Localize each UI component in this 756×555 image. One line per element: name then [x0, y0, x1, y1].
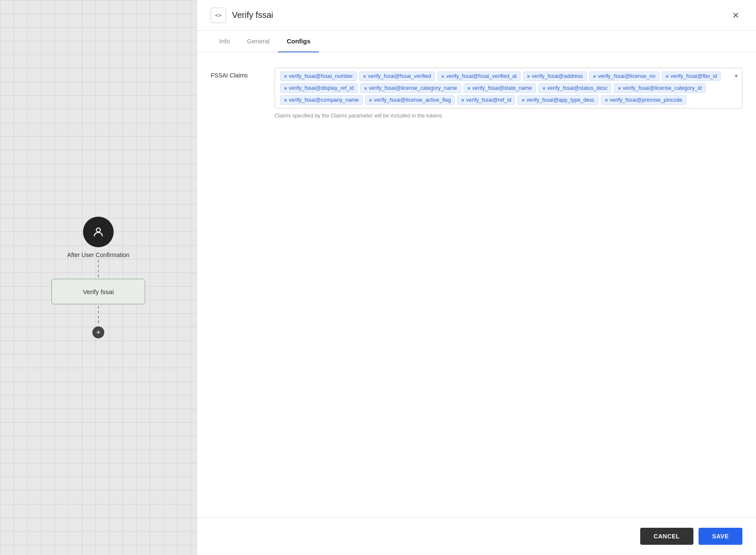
claim-tag-remove-icon[interactable]: ×: [618, 86, 621, 91]
tab-info[interactable]: Info: [211, 31, 238, 52]
tab-configs[interactable]: Configs: [278, 31, 319, 52]
fssai-claims-section: FSSAI Claims ▾ ×verify_fssai@fssai_numbe…: [211, 68, 742, 109]
detail-panel: <> Verify fssai ✕ Info General Configs F…: [197, 0, 756, 555]
claim-tag-remove-icon[interactable]: ×: [364, 86, 367, 91]
claim-tag-remove-icon[interactable]: ×: [284, 97, 287, 103]
claim-tag[interactable]: ×verify_fssai@fssai_number: [280, 72, 357, 81]
claim-tag[interactable]: ×verify_fssai@fbo_id: [662, 72, 721, 81]
claim-tag-label: verify_fssai@ref_id: [466, 97, 511, 103]
claim-tag-remove-icon[interactable]: ×: [605, 97, 608, 103]
action-node-label: Verify fssai: [83, 288, 114, 295]
header-left: <> Verify fssai: [211, 8, 273, 23]
claim-tag[interactable]: ×verify_fssai@status_desc: [538, 83, 612, 93]
claim-tag[interactable]: ×verify_fssai@license_active_flag: [365, 95, 455, 105]
claim-tag[interactable]: ×verify_fssai@license_category_id: [614, 83, 705, 93]
claim-tag-remove-icon[interactable]: ×: [441, 74, 445, 79]
svg-point-0: [96, 228, 100, 232]
claim-tag[interactable]: ×verify_fssai@company_name: [280, 95, 363, 105]
claim-tag-remove-icon[interactable]: ×: [467, 86, 471, 91]
workflow-canvas: After User Confirmation Verify fssai +: [0, 0, 197, 555]
claim-tag[interactable]: ×verify_fssai@ref_id: [457, 95, 515, 105]
tab-general[interactable]: General: [238, 31, 278, 52]
claim-tag-label: verify_fssai@fssai_number: [289, 73, 353, 79]
claim-tag-label: verify_fssai@fssai_verified: [368, 73, 431, 79]
claim-tag[interactable]: ×verify_fssai@state_name: [464, 83, 536, 93]
claim-tag[interactable]: ×verify_fssai@address: [523, 72, 587, 81]
claims-tags-container: ×verify_fssai@fssai_number×verify_fssai@…: [280, 72, 737, 105]
close-icon: ✕: [732, 10, 739, 20]
claim-tag-label: verify_fssai@status_desc: [547, 85, 607, 91]
node-container: After User Confirmation Verify fssai +: [52, 217, 145, 338]
close-button[interactable]: ✕: [729, 9, 742, 22]
claim-tag-label: verify_fssai@state_name: [472, 85, 532, 91]
claim-tag-label: verify_fssai@license_active_flag: [374, 97, 451, 103]
claim-tag[interactable]: ×verify_fssai@fssai_verified: [359, 72, 435, 81]
claim-tag-remove-icon[interactable]: ×: [527, 74, 530, 79]
panel-header: <> Verify fssai ✕: [197, 0, 756, 31]
start-node[interactable]: [83, 217, 114, 247]
claims-multiselect[interactable]: ▾ ×verify_fssai@fssai_number×verify_fssa…: [275, 68, 742, 109]
code-icon-button[interactable]: <>: [211, 8, 226, 23]
claim-tag-remove-icon[interactable]: ×: [369, 97, 372, 103]
claim-tag-remove-icon[interactable]: ×: [363, 74, 367, 79]
claim-tag[interactable]: ×verify_fssai@app_type_desc: [518, 95, 598, 105]
cancel-button[interactable]: CANCEL: [640, 528, 693, 545]
claim-tag-label: verify_fssai@fbo_id: [670, 73, 717, 79]
helper-text: Claims specified by the Claims parameter…: [275, 113, 742, 119]
panel-title: Verify fssai: [232, 10, 273, 20]
claim-tag-label: verify_fssai@app_type_desc: [527, 97, 595, 103]
claim-tag-label: verify_fssai@license_no: [598, 73, 656, 79]
claim-tag-remove-icon[interactable]: ×: [593, 74, 596, 79]
connector-line-2: [98, 306, 99, 323]
claim-tag-label: verify_fssai@display_ref_id: [289, 85, 354, 91]
save-button[interactable]: SAVE: [699, 528, 742, 545]
claim-tag[interactable]: ×verify_fssai@premise_pincode: [601, 95, 686, 105]
claim-tag-label: verify_fssai@license_category_id: [623, 85, 702, 91]
tab-bar: Info General Configs: [197, 31, 756, 52]
claim-tag[interactable]: ×verify_fssai@display_ref_id: [280, 83, 358, 93]
panel-content: FSSAI Claims ▾ ×verify_fssai@fssai_numbe…: [197, 52, 756, 517]
claim-tag[interactable]: ×verify_fssai@license_no: [589, 72, 659, 81]
claim-tag-remove-icon[interactable]: ×: [666, 74, 669, 79]
claim-tag[interactable]: ×verify_fssai@license_category_name: [360, 83, 461, 93]
claim-tag-remove-icon[interactable]: ×: [521, 97, 525, 103]
claim-tag-label: verify_fssai@fssai_verified_at: [446, 73, 517, 79]
fssai-claims-label: FSSAI Claims: [211, 68, 258, 79]
claim-tag-remove-icon[interactable]: ×: [461, 97, 464, 103]
start-node-label: After User Confirmation: [67, 252, 129, 258]
plus-icon: +: [96, 328, 101, 337]
dropdown-arrow-icon: ▾: [735, 72, 738, 79]
claim-tag-label: verify_fssai@company_name: [289, 97, 359, 103]
add-node-button[interactable]: +: [92, 326, 104, 338]
claim-tag-remove-icon[interactable]: ×: [284, 86, 287, 91]
claim-tag-label: verify_fssai@license_category_name: [369, 85, 457, 91]
panel-footer: CANCEL SAVE: [197, 517, 756, 555]
claim-tag-label: verify_fssai@premise_pincode: [610, 97, 682, 103]
claim-tag-label: verify_fssai@address: [532, 73, 583, 79]
connector-line: [98, 260, 99, 277]
action-node[interactable]: Verify fssai: [52, 279, 145, 304]
claim-tag-remove-icon[interactable]: ×: [542, 86, 546, 91]
code-icon: <>: [215, 12, 222, 18]
claim-tag-remove-icon[interactable]: ×: [284, 74, 287, 79]
claim-tag[interactable]: ×verify_fssai@fssai_verified_at: [438, 72, 521, 81]
